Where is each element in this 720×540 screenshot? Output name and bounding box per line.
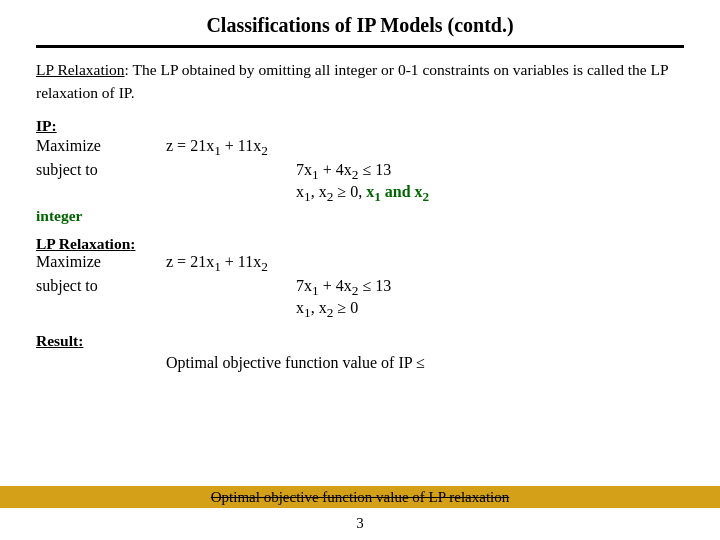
ip-maximize-row: Maximize z = 21x1 + 11x2 xyxy=(36,137,684,159)
lp-constraint1: 7x1 + 4x2 ≤ 13 xyxy=(296,277,391,299)
integer-label: integer xyxy=(36,207,684,225)
x1-green: x1 and x2 xyxy=(366,183,429,200)
ip-subject-to: subject to xyxy=(36,161,98,178)
lp-maximize-row: Maximize z = 21x1 + 11x2 xyxy=(36,253,684,275)
page-title: Classifications of IP Models (contd.) xyxy=(206,14,513,36)
content-area: LP Relaxation: The LP obtained by omitti… xyxy=(36,48,684,540)
lp-subject-to-row: subject to 7x1 + 4x2 ≤ 13 x1, x2 ≥ 0 xyxy=(36,277,684,321)
lp-subject-to: subject to xyxy=(36,277,98,294)
result-label: Result: xyxy=(36,332,83,349)
lp-constraints: 7x1 + 4x2 ≤ 13 x1, x2 ≥ 0 xyxy=(166,277,391,321)
lp-maximize-eq: z = 21x1 + 11x2 xyxy=(166,253,268,275)
def-term: LP Relaxation xyxy=(36,61,125,78)
lp-relax-block: LP Relaxation: Maximize z = 21x1 + 11x2 … xyxy=(36,235,684,322)
ip-subject-label-col: subject to xyxy=(36,161,166,205)
page-number: 3 xyxy=(356,515,364,532)
lp-relax-label-row: LP Relaxation: xyxy=(36,235,684,253)
result-block: Result: Optimal objective function value… xyxy=(36,332,684,372)
lp-relax-label: LP Relaxation: xyxy=(36,235,135,252)
title-section: Classifications of IP Models (contd.) xyxy=(36,0,684,48)
lp-constraint2: x1, x2 ≥ 0 xyxy=(296,299,391,321)
lp-maximize-label-col: Maximize xyxy=(36,253,166,275)
definition-block: LP Relaxation: The LP obtained by omitti… xyxy=(36,58,684,105)
ip-constraint1: 7x1 + 4x2 ≤ 13 xyxy=(296,161,429,183)
page: Classifications of IP Models (contd.) LP… xyxy=(0,0,720,540)
strikethrough-bar: Optimal objective function value of LP r… xyxy=(0,486,720,508)
lp-maximize-label: Maximize xyxy=(36,253,101,270)
ip-maximize-label-col: Maximize xyxy=(36,137,166,159)
def-text: : The LP obtained by omitting all intege… xyxy=(36,61,668,101)
ip-maximize-label: Maximize xyxy=(36,137,101,154)
ip-constraints: 7x1 + 4x2 ≤ 13 x1, x2 ≥ 0, x1 and x2 xyxy=(166,161,429,205)
strikethrough-text: Optimal objective function value of LP r… xyxy=(211,489,510,506)
ip-maximize-eq: z = 21x1 + 11x2 xyxy=(166,137,268,159)
ip-label: IP: xyxy=(36,117,684,135)
ip-constraint2: x1, x2 ≥ 0, x1 and x2 xyxy=(296,183,429,205)
ip-block: IP: Maximize z = 21x1 + 11x2 subject to xyxy=(36,117,684,226)
ip-subject-to-row: subject to 7x1 + 4x2 ≤ 13 x1, x2 ≥ 0, x1… xyxy=(36,161,684,205)
result-line1: Optimal objective function value of IP ≤ xyxy=(166,354,684,372)
lp-subject-label-col: subject to xyxy=(36,277,166,321)
